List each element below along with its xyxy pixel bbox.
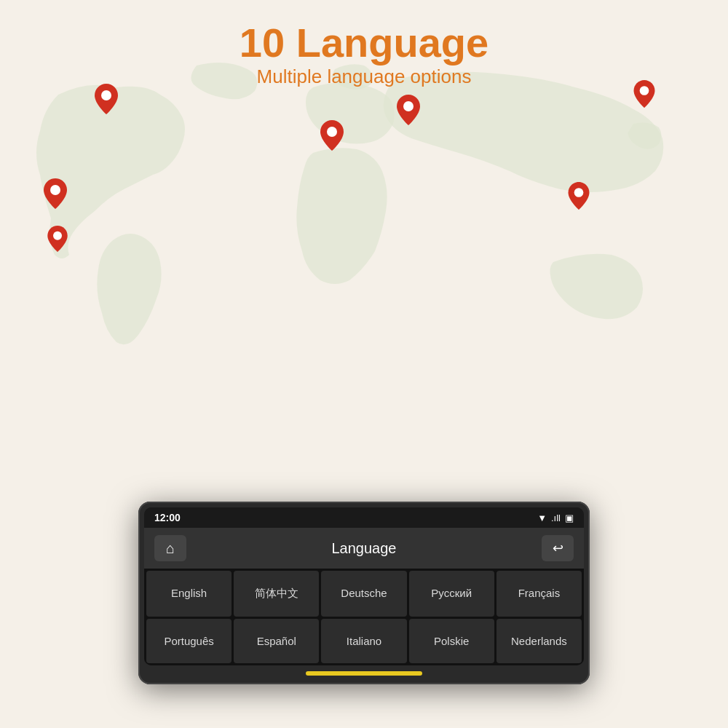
- lang-italian[interactable]: Italiano: [321, 619, 406, 663]
- lang-chinese[interactable]: 简体中文: [234, 571, 319, 617]
- svg-point-0: [50, 185, 60, 195]
- header-section: 10 Language Multiple language options: [0, 20, 728, 88]
- status-icons: ▼ .ıll ▣: [537, 513, 574, 523]
- map-pin-5: [397, 95, 420, 125]
- lang-french[interactable]: Français: [496, 571, 582, 617]
- map-pin-3: [47, 226, 68, 252]
- map-pin-1: [44, 178, 67, 209]
- lang-portuguese[interactable]: Português: [146, 619, 232, 663]
- lang-polish[interactable]: Polskie: [409, 619, 494, 663]
- back-icon: ↩: [553, 540, 563, 556]
- status-time: 12:00: [154, 512, 181, 523]
- home-button[interactable]: ⌂: [154, 535, 186, 561]
- lang-russian[interactable]: Русский: [409, 571, 494, 617]
- lang-dutch[interactable]: Nederlands: [496, 619, 582, 663]
- svg-point-3: [327, 127, 337, 137]
- back-button[interactable]: ↩: [542, 535, 574, 561]
- status-bar: 12:00 ▼ .ıll ▣: [144, 507, 584, 528]
- lang-english[interactable]: English: [146, 571, 232, 617]
- map-pin-2: [95, 84, 118, 114]
- yellow-indicator-bar: [306, 671, 422, 676]
- signal-icon: .ıll: [551, 513, 561, 523]
- battery-icon: ▣: [565, 513, 574, 523]
- screen-title: Language: [194, 540, 534, 557]
- device-frame: 12:00 ▼ .ıll ▣ ⌂ Language ↩: [138, 502, 590, 684]
- map-pin-6: [568, 182, 590, 210]
- svg-point-1: [101, 90, 111, 100]
- svg-point-5: [574, 188, 584, 197]
- svg-point-4: [403, 101, 414, 111]
- lang-spanish[interactable]: Español: [234, 619, 319, 663]
- header-title: 10 Language: [0, 20, 728, 66]
- lang-german[interactable]: Deutsche: [321, 571, 406, 617]
- device-screen: 12:00 ▼ .ıll ▣ ⌂ Language ↩: [144, 507, 584, 665]
- device-container: 12:00 ▼ .ıll ▣ ⌂ Language ↩: [138, 502, 590, 684]
- home-icon: ⌂: [166, 540, 175, 557]
- navigation-bar: ⌂ Language ↩: [144, 528, 584, 569]
- language-grid: English 简体中文 Deutsche Русский Français P…: [144, 569, 584, 665]
- svg-point-2: [53, 232, 62, 240]
- map-pin-4: [320, 120, 344, 151]
- wifi-icon: ▼: [537, 513, 547, 523]
- header-subtitle: Multiple language options: [0, 66, 728, 88]
